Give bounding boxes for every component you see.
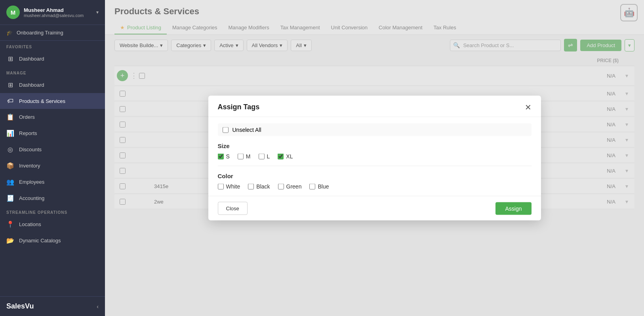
checkbox-green[interactable] <box>278 183 284 189</box>
sidebar-item-label: Inventory <box>19 163 40 169</box>
sidebar-item-onboarding[interactable]: 🎓 Onboarding Training <box>0 25 105 41</box>
tag-option-white[interactable]: White <box>218 183 240 190</box>
sidebar-item-label: Products & Services <box>19 98 65 104</box>
checkbox-black[interactable] <box>248 183 254 189</box>
employees-icon: 👥 <box>6 178 14 186</box>
tag-option-XL[interactable]: XL <box>278 153 293 160</box>
sidebar-section-manage: MANAGE <box>0 67 105 77</box>
checkbox-S[interactable] <box>218 153 224 159</box>
color-section-title: Color <box>218 173 532 179</box>
tag-label-XL: XL <box>286 153 293 160</box>
catalogs-icon: 📂 <box>6 237 14 244</box>
tag-option-blue[interactable]: Blue <box>309 183 329 190</box>
checkbox-M[interactable] <box>238 153 244 159</box>
size-section-title: Size <box>218 143 532 149</box>
sidebar-item-reports[interactable]: 📊 Reports <box>0 125 105 141</box>
sidebar-item-inventory[interactable]: 📦 Inventory <box>0 158 105 174</box>
sidebar: M Musheer Ahmad musheer.ahmad@salesvu.co… <box>0 0 105 316</box>
sidebar-item-label: Employees <box>19 179 44 185</box>
tag-label-L: L <box>267 153 270 160</box>
color-section: Color White Black Green <box>218 173 532 190</box>
modal-title: Assign Tags <box>218 103 260 111</box>
sidebar-item-products-services[interactable]: 🏷 Products & Services <box>0 93 105 109</box>
sidebar-section-favorites: FAVORITES <box>0 41 105 51</box>
unselect-all-row[interactable]: Unselect All <box>218 124 532 136</box>
sidebar-item-label: Dashboard <box>19 82 44 88</box>
user-name: Musheer Ahmad <box>24 7 96 13</box>
tag-option-green[interactable]: Green <box>278 183 302 190</box>
sidebar-footer: SalesVu ‹ <box>0 296 105 316</box>
modal-footer: Close Assign <box>208 196 541 221</box>
sidebar-item-label: Dashboard <box>19 56 44 62</box>
onboarding-label: Onboarding Training <box>17 30 63 36</box>
tag-option-S[interactable]: S <box>218 153 230 160</box>
dashboard-manage-icon: ⊞ <box>6 81 14 89</box>
modal-close-button[interactable]: ✕ <box>525 103 532 111</box>
sidebar-collapse-button[interactable]: ‹ <box>97 303 99 310</box>
sidebar-item-employees[interactable]: 👥 Employees <box>0 174 105 190</box>
products-icon: 🏷 <box>6 97 14 105</box>
sidebar-item-label: Accounting <box>19 195 44 201</box>
sidebar-item-label: Dynamic Catalogs <box>19 238 61 244</box>
checkbox-blue[interactable] <box>309 183 315 189</box>
tag-label-M: M <box>246 153 251 160</box>
inventory-icon: 📦 <box>6 162 14 169</box>
unselect-all-checkbox[interactable] <box>223 127 229 133</box>
unselect-all-label: Unselect All <box>232 127 261 133</box>
section-divider <box>218 166 532 166</box>
tag-label-blue: Blue <box>318 183 329 190</box>
sidebar-item-label: Reports <box>19 130 37 136</box>
sidebar-item-discounts[interactable]: ◎ Discounts <box>0 141 105 158</box>
orders-icon: 📋 <box>6 113 14 121</box>
sidebar-user[interactable]: M Musheer Ahmad musheer.ahmad@salesvu.co… <box>0 0 105 25</box>
tag-option-black[interactable]: Black <box>248 183 270 190</box>
sidebar-item-locations[interactable]: 📍 Locations <box>0 216 105 232</box>
assign-tags-modal: Assign Tags ✕ Unselect All Size S <box>208 96 541 221</box>
tag-option-L[interactable]: L <box>259 153 270 160</box>
sidebar-item-dashboard-manage[interactable]: ⊞ Dashboard <box>0 77 105 93</box>
reports-icon: 📊 <box>6 129 14 137</box>
color-options: White Black Green Blue <box>218 183 532 190</box>
tag-label-green: Green <box>286 183 302 190</box>
sidebar-item-dashboard-fav[interactable]: ⊞ Dashboard <box>0 51 105 67</box>
sidebar-item-dynamic-catalogs[interactable]: 📂 Dynamic Catalogs <box>0 232 105 249</box>
tag-option-M[interactable]: M <box>238 153 251 160</box>
avatar: M <box>6 6 20 19</box>
sidebar-item-label: Orders <box>19 114 35 120</box>
user-email: musheer.ahmad@salesvu.com <box>24 13 96 18</box>
size-section: Size S M L XL <box>218 143 532 160</box>
close-modal-button[interactable]: Close <box>218 202 248 215</box>
modal-header: Assign Tags ✕ <box>208 96 541 117</box>
checkbox-XL[interactable] <box>278 153 284 159</box>
checkbox-L[interactable] <box>259 153 265 159</box>
sidebar-item-orders[interactable]: 📋 Orders <box>0 109 105 125</box>
discounts-icon: ◎ <box>6 146 14 153</box>
sidebar-item-accounting[interactable]: 🧾 Accounting <box>0 190 105 206</box>
locations-icon: 📍 <box>6 221 14 228</box>
sidebar-section-streamline: STREAMLINE OPERATIONS <box>0 206 105 216</box>
size-options: S M L XL <box>218 153 532 160</box>
dashboard-icon: ⊞ <box>6 55 14 63</box>
onboarding-icon: 🎓 <box>6 30 13 36</box>
chevron-down-icon: ▾ <box>96 10 99 15</box>
tag-label-white: White <box>226 183 240 190</box>
tag-label-black: Black <box>256 183 270 190</box>
checkbox-white[interactable] <box>218 183 224 189</box>
salesvu-logo: SalesVu <box>6 302 34 310</box>
sidebar-item-label: Locations <box>19 221 41 227</box>
modal-body: Unselect All Size S M L <box>208 117 541 196</box>
main-content: 🤖 Products & Services ★Product Listing M… <box>105 0 644 316</box>
accounting-icon: 🧾 <box>6 194 14 202</box>
tag-label-S: S <box>226 153 230 160</box>
user-info: Musheer Ahmad musheer.ahmad@salesvu.com <box>24 7 96 18</box>
sidebar-item-label: Discounts <box>19 147 42 152</box>
assign-button[interactable]: Assign <box>495 202 531 215</box>
